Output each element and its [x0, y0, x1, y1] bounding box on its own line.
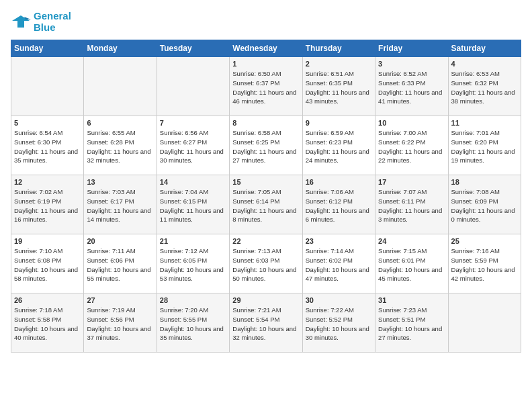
day-number: 9: [306, 119, 372, 127]
header-saturday: Saturday: [448, 40, 521, 57]
calendar-cell: [11, 57, 84, 116]
calendar-cell: 17Sunrise: 7:07 AMSunset: 6:11 PMDayligh…: [375, 175, 448, 234]
day-number: 29: [232, 296, 299, 304]
day-number: 12: [14, 178, 81, 186]
calendar-cell: 18Sunrise: 7:08 AMSunset: 6:09 PMDayligh…: [448, 175, 521, 234]
calendar-cell: 31Sunrise: 7:23 AMSunset: 5:51 PMDayligh…: [375, 293, 448, 353]
calendar-cell: [157, 57, 229, 116]
calendar-cell: 24Sunrise: 7:15 AMSunset: 6:01 PMDayligh…: [375, 234, 448, 293]
day-number: 10: [378, 119, 445, 127]
day-number: 6: [87, 119, 153, 127]
day-info: Sunrise: 7:04 AMSunset: 6:15 PMDaylight:…: [160, 187, 226, 224]
calendar-cell: 23Sunrise: 7:14 AMSunset: 6:02 PMDayligh…: [302, 234, 375, 293]
day-info: Sunrise: 7:18 AMSunset: 5:58 PMDaylight:…: [14, 306, 81, 342]
day-info: Sunrise: 7:07 AMSunset: 6:11 PMDaylight:…: [378, 187, 445, 224]
day-info: Sunrise: 7:11 AMSunset: 6:06 PMDaylight:…: [87, 246, 153, 283]
day-number: 21: [160, 237, 226, 245]
day-info: Sunrise: 7:14 AMSunset: 6:02 PMDaylight:…: [306, 246, 372, 283]
calendar-cell: 7Sunrise: 6:56 AMSunset: 6:27 PMDaylight…: [157, 116, 229, 175]
calendar-cell: 5Sunrise: 6:54 AMSunset: 6:30 PMDaylight…: [11, 116, 84, 175]
day-number: 31: [378, 296, 445, 304]
day-number: 4: [451, 60, 518, 68]
calendar-cell: 9Sunrise: 6:59 AMSunset: 6:23 PMDaylight…: [302, 116, 375, 175]
day-number: 20: [87, 237, 153, 245]
calendar-cell: 26Sunrise: 7:18 AMSunset: 5:58 PMDayligh…: [11, 293, 84, 353]
calendar-cell: 10Sunrise: 7:00 AMSunset: 6:22 PMDayligh…: [375, 116, 448, 175]
calendar-cell: 28Sunrise: 7:20 AMSunset: 5:55 PMDayligh…: [157, 293, 229, 353]
day-info: Sunrise: 6:56 AMSunset: 6:27 PMDaylight:…: [160, 128, 226, 165]
day-info: Sunrise: 6:51 AMSunset: 6:35 PMDaylight:…: [306, 69, 372, 106]
calendar-header-row: SundayMondayTuesdayWednesdayThursdayFrid…: [11, 40, 521, 57]
day-info: Sunrise: 7:20 AMSunset: 5:55 PMDaylight:…: [160, 306, 226, 342]
calendar-cell: 4Sunrise: 6:53 AMSunset: 6:32 PMDaylight…: [448, 57, 521, 116]
calendar-week-row: 1Sunrise: 6:50 AMSunset: 6:37 PMDaylight…: [11, 57, 521, 116]
day-info: Sunrise: 6:58 AMSunset: 6:25 PMDaylight:…: [232, 128, 299, 165]
day-number: 27: [87, 296, 153, 304]
header-tuesday: Tuesday: [157, 40, 229, 57]
day-info: Sunrise: 6:59 AMSunset: 6:23 PMDaylight:…: [306, 128, 372, 165]
calendar-cell: 30Sunrise: 7:22 AMSunset: 5:52 PMDayligh…: [302, 293, 375, 353]
day-number: 24: [378, 237, 445, 245]
day-info: Sunrise: 7:21 AMSunset: 5:54 PMDaylight:…: [232, 306, 299, 342]
calendar-cell: 1Sunrise: 6:50 AMSunset: 6:37 PMDaylight…: [230, 57, 302, 116]
header-wednesday: Wednesday: [230, 40, 302, 57]
calendar-cell: 20Sunrise: 7:11 AMSunset: 6:06 PMDayligh…: [84, 234, 157, 293]
calendar-cell: 12Sunrise: 7:02 AMSunset: 6:19 PMDayligh…: [11, 175, 84, 234]
page-header: General Blue: [11, 11, 521, 33]
header-monday: Monday: [84, 40, 157, 57]
day-info: Sunrise: 6:52 AMSunset: 6:33 PMDaylight:…: [378, 69, 445, 106]
svg-marker-0: [12, 15, 30, 28]
day-info: Sunrise: 7:23 AMSunset: 5:51 PMDaylight:…: [378, 306, 445, 342]
calendar-cell: 11Sunrise: 7:01 AMSunset: 6:20 PMDayligh…: [448, 116, 521, 175]
calendar-cell: 25Sunrise: 7:16 AMSunset: 5:59 PMDayligh…: [448, 234, 521, 293]
header-friday: Friday: [375, 40, 448, 57]
day-number: 26: [14, 296, 81, 304]
day-number: 18: [451, 178, 518, 186]
day-info: Sunrise: 7:19 AMSunset: 5:56 PMDaylight:…: [87, 306, 153, 342]
day-number: 13: [87, 178, 153, 186]
day-info: Sunrise: 7:15 AMSunset: 6:01 PMDaylight:…: [378, 246, 445, 283]
calendar-table: SundayMondayTuesdayWednesdayThursdayFrid…: [11, 40, 521, 353]
header-thursday: Thursday: [302, 40, 375, 57]
calendar-cell: 3Sunrise: 6:52 AMSunset: 6:33 PMDaylight…: [375, 57, 448, 116]
day-info: Sunrise: 7:16 AMSunset: 5:59 PMDaylight:…: [451, 246, 518, 283]
day-number: 28: [160, 296, 226, 304]
day-number: 22: [232, 237, 299, 245]
day-info: Sunrise: 7:02 AMSunset: 6:19 PMDaylight:…: [14, 187, 81, 224]
day-number: 7: [160, 119, 226, 127]
day-number: 17: [378, 178, 445, 186]
calendar-cell: [448, 293, 521, 353]
calendar-week-row: 26Sunrise: 7:18 AMSunset: 5:58 PMDayligh…: [11, 293, 521, 353]
header-sunday: Sunday: [11, 40, 84, 57]
calendar-cell: 22Sunrise: 7:13 AMSunset: 6:03 PMDayligh…: [230, 234, 302, 293]
logo-icon: [11, 14, 31, 30]
calendar-cell: [84, 57, 157, 116]
day-info: Sunrise: 6:54 AMSunset: 6:30 PMDaylight:…: [14, 128, 81, 165]
calendar-cell: 6Sunrise: 6:55 AMSunset: 6:28 PMDaylight…: [84, 116, 157, 175]
day-info: Sunrise: 6:55 AMSunset: 6:28 PMDaylight:…: [87, 128, 153, 165]
calendar-cell: 16Sunrise: 7:06 AMSunset: 6:12 PMDayligh…: [302, 175, 375, 234]
day-number: 14: [160, 178, 226, 186]
day-number: 8: [232, 119, 299, 127]
day-info: Sunrise: 7:12 AMSunset: 6:05 PMDaylight:…: [160, 246, 226, 283]
day-info: Sunrise: 7:00 AMSunset: 6:22 PMDaylight:…: [378, 128, 445, 165]
day-number: 23: [306, 237, 372, 245]
day-number: 30: [306, 296, 372, 304]
day-info: Sunrise: 7:06 AMSunset: 6:12 PMDaylight:…: [306, 187, 372, 224]
calendar-week-row: 12Sunrise: 7:02 AMSunset: 6:19 PMDayligh…: [11, 175, 521, 234]
calendar-cell: 27Sunrise: 7:19 AMSunset: 5:56 PMDayligh…: [84, 293, 157, 353]
day-number: 1: [232, 60, 299, 68]
day-info: Sunrise: 7:10 AMSunset: 6:08 PMDaylight:…: [14, 246, 81, 283]
day-info: Sunrise: 7:03 AMSunset: 6:17 PMDaylight:…: [87, 187, 153, 224]
day-number: 11: [451, 119, 518, 127]
calendar-cell: 29Sunrise: 7:21 AMSunset: 5:54 PMDayligh…: [230, 293, 302, 353]
day-number: 3: [378, 60, 445, 68]
day-number: 19: [14, 237, 81, 245]
calendar-week-row: 19Sunrise: 7:10 AMSunset: 6:08 PMDayligh…: [11, 234, 521, 293]
day-number: 16: [306, 178, 372, 186]
day-info: Sunrise: 7:08 AMSunset: 6:09 PMDaylight:…: [451, 187, 518, 224]
calendar-cell: 21Sunrise: 7:12 AMSunset: 6:05 PMDayligh…: [157, 234, 229, 293]
calendar-cell: 8Sunrise: 6:58 AMSunset: 6:25 PMDaylight…: [230, 116, 302, 175]
calendar-cell: 19Sunrise: 7:10 AMSunset: 6:08 PMDayligh…: [11, 234, 84, 293]
day-info: Sunrise: 7:05 AMSunset: 6:14 PMDaylight:…: [232, 187, 299, 224]
